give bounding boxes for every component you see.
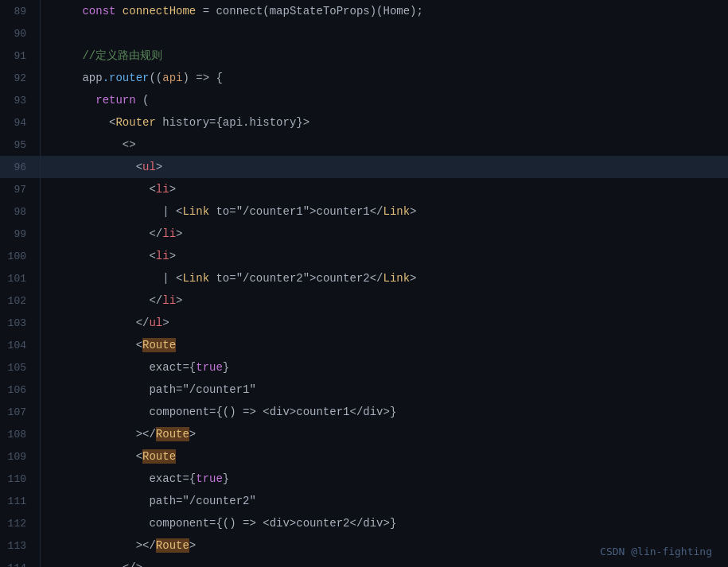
- line-num-91: 91: [0, 50, 36, 62]
- line-num-90: 90: [0, 28, 36, 40]
- line-num-101: 101: [0, 273, 36, 285]
- line-num-109: 109: [0, 451, 36, 463]
- token: const: [82, 5, 122, 17]
- line-num-92: 92: [0, 72, 36, 84]
- code-editor: 89 const connectHome = connect(mapStateT…: [0, 0, 728, 567]
- line-num-104: 104: [0, 340, 36, 351]
- line-num-95: 95: [0, 139, 36, 151]
- line-num-114: 114: [0, 562, 36, 568]
- line-num-107: 107: [0, 406, 36, 418]
- line-num-106: 106: [0, 384, 36, 396]
- line-content-115: </Router>: [36, 557, 728, 567]
- line-num-102: 102: [0, 295, 36, 307]
- token: connectHome: [123, 5, 196, 17]
- line-num-96: 96: [0, 161, 36, 173]
- code-line-89: 89 const connectHome = connect(mapStateT…: [0, 0, 728, 22]
- line-num-100: 100: [0, 250, 36, 262]
- line-num-112: 112: [0, 518, 36, 530]
- line-num-113: 113: [0, 540, 36, 552]
- line-num-105: 105: [0, 362, 36, 374]
- line-num-108: 108: [0, 429, 36, 441]
- line-num-94: 94: [0, 117, 36, 129]
- line-num-98: 98: [0, 206, 36, 218]
- line-num-110: 110: [0, 473, 36, 485]
- watermark: CSDN @lin-fighting: [600, 546, 712, 557]
- line-num-97: 97: [0, 184, 36, 196]
- line-num-99: 99: [0, 228, 36, 240]
- line-num-111: 111: [0, 495, 36, 507]
- line-num-103: 103: [0, 317, 36, 329]
- token: = connect(mapStateToProps)(Home);: [196, 5, 423, 17]
- line-num-89: 89: [0, 6, 36, 17]
- line-num-93: 93: [0, 95, 36, 107]
